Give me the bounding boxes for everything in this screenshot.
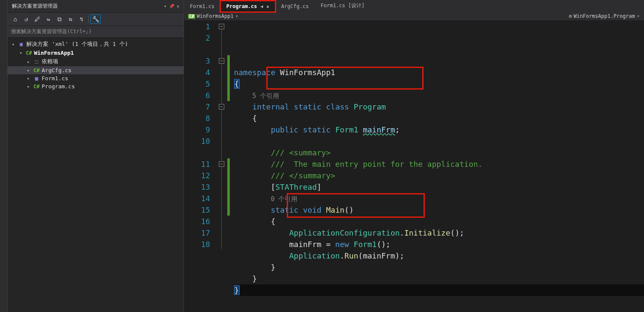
toolbar-button[interactable]: ↺ bbox=[21, 14, 31, 24]
dropdown-icon[interactable]: ▾ bbox=[235, 13, 238, 19]
code-line[interactable]: } bbox=[234, 284, 644, 296]
node-label: Program.cs bbox=[42, 83, 75, 90]
line-number bbox=[201, 147, 210, 158]
code-line[interactable]: ApplicationConfiguration.Initialize(); bbox=[234, 227, 644, 239]
fold-toggle-icon[interactable]: − bbox=[219, 161, 224, 167]
tree-node[interactable]: ▸C#ArgCfg.cs bbox=[8, 66, 184, 74]
tree-node[interactable]: ▾▣解决方案 'xml' (1 个项目，共 1 个) bbox=[8, 39, 184, 49]
code-line[interactable]: static void Main() bbox=[234, 204, 644, 216]
change-marker bbox=[227, 193, 230, 204]
code-line[interactable]: { bbox=[234, 112, 644, 124]
code-line[interactable] bbox=[234, 135, 644, 147]
close-icon[interactable]: ✕ bbox=[266, 4, 269, 9]
tree-node[interactable]: ▸▦Form1.cs bbox=[8, 74, 184, 82]
node-icon: ⬚ bbox=[33, 59, 40, 65]
node-icon: C# bbox=[25, 50, 32, 56]
node-label: 依赖项 bbox=[42, 58, 58, 65]
explorer-toolbar: ⌂↺🖉⇋⧉⇆↯🔧 bbox=[8, 13, 184, 26]
code-line[interactable]: { bbox=[234, 78, 644, 90]
breadcrumb-project[interactable]: WinFormsApp1 bbox=[197, 13, 234, 19]
change-marker bbox=[227, 181, 230, 193]
node-label: WinFormsApp1 bbox=[34, 50, 74, 56]
tree-node[interactable]: ▸C#Program.cs bbox=[8, 82, 184, 90]
dropdown-icon[interactable]: ▾ bbox=[637, 13, 640, 19]
tab-label: ArgCfg.cs bbox=[281, 3, 309, 9]
code-line[interactable]: /// </summary> bbox=[234, 170, 644, 181]
code-line[interactable]: 0 个引用 bbox=[234, 193, 644, 204]
code-line[interactable]: } bbox=[234, 273, 644, 284]
toolbar-button[interactable]: ⇋ bbox=[43, 14, 54, 24]
breadcrumb-class[interactable]: WinFormsApp1.Program bbox=[573, 13, 635, 19]
class-icon: ⚙ bbox=[569, 13, 572, 19]
tab-label: Form1.cs [设计] bbox=[321, 2, 364, 9]
fold-toggle-icon[interactable]: − bbox=[219, 104, 224, 110]
change-marker bbox=[227, 204, 230, 216]
line-number: 6 bbox=[201, 90, 210, 101]
code-surface[interactable]: namespace WinFormsApp1{ 5 个引用 internal s… bbox=[232, 21, 644, 312]
explorer-search[interactable]: 搜索解决方案资源管理器(Ctrl+;) bbox=[8, 26, 184, 38]
change-marker bbox=[227, 78, 230, 90]
expand-arrow-icon[interactable]: ▸ bbox=[27, 68, 31, 73]
line-number: 7 bbox=[201, 101, 210, 112]
line-number: 12 bbox=[201, 170, 210, 181]
fold-toggle-icon[interactable]: − bbox=[219, 58, 224, 64]
expand-arrow-icon[interactable]: ▾ bbox=[12, 42, 16, 47]
solution-tree: ▾▣解决方案 'xml' (1 个项目，共 1 个)▾C#WinFormsApp… bbox=[8, 38, 184, 312]
project-icon: C# bbox=[188, 14, 195, 19]
code-line[interactable]: [STAThread] bbox=[234, 181, 644, 193]
code-line[interactable]: mainFrm = new Form1(); bbox=[234, 239, 644, 250]
code-line[interactable]: } bbox=[234, 261, 644, 273]
tree-node[interactable]: ▸⬚依赖项 bbox=[8, 57, 184, 66]
line-number: 3 bbox=[201, 55, 210, 67]
line-number: 4 bbox=[201, 67, 210, 78]
toolbar-button[interactable]: ⌂ bbox=[10, 14, 20, 24]
line-number: 11 bbox=[201, 158, 210, 170]
explorer-titlebar: 解决方案资源管理器 ▾ 📌 ✕ bbox=[8, 0, 184, 13]
solution-explorer-panel: 解决方案资源管理器 ▾ 📌 ✕ ⌂↺🖉⇋⧉⇆↯🔧 搜索解决方案资源管理器(Ctr… bbox=[8, 0, 184, 312]
pin-icon[interactable]: 📌 bbox=[169, 4, 174, 8]
tab-label: Form1.cs bbox=[190, 3, 215, 9]
fold-toggle-icon[interactable]: − bbox=[219, 24, 224, 29]
code-line[interactable]: internal static class Program bbox=[234, 101, 644, 112]
line-number: 16 bbox=[201, 216, 210, 227]
toolbar-button[interactable]: ⧉ bbox=[54, 14, 65, 24]
line-number bbox=[201, 44, 210, 55]
toolbar-button[interactable]: 🔧 bbox=[90, 14, 101, 24]
code-line[interactable]: Application.Run(mainFrm); bbox=[234, 250, 644, 261]
code-line[interactable]: 5 个引用 bbox=[234, 90, 644, 101]
explorer-title: 解决方案资源管理器 bbox=[12, 3, 58, 10]
close-icon[interactable]: ✕ bbox=[177, 4, 179, 8]
node-icon: ▣ bbox=[18, 41, 25, 47]
line-number: 14 bbox=[201, 193, 210, 204]
editor-tab[interactable]: ArgCfg.cs bbox=[275, 1, 315, 12]
editor-tab[interactable]: Form1.cs [设计] bbox=[315, 0, 370, 12]
toolbar-button[interactable]: ⇆ bbox=[65, 14, 76, 24]
code-line[interactable]: /// The main entry point for the applica… bbox=[234, 158, 644, 170]
pin-icon[interactable]: ⊣ bbox=[260, 4, 263, 9]
change-marker bbox=[227, 55, 230, 67]
node-label: Form1.cs bbox=[42, 75, 68, 82]
code-line[interactable]: { bbox=[234, 216, 644, 227]
breadcrumb-bar: C# WinFormsApp1 ▾ ⚙ WinFormsApp1.Program… bbox=[184, 12, 644, 21]
code-line[interactable]: /// <summary> bbox=[234, 147, 644, 158]
editor-tab[interactable]: Form1.cs bbox=[184, 1, 220, 12]
toolbar-button[interactable]: ↯ bbox=[76, 14, 87, 24]
editor-tabs: Form1.csProgram.cs⊣✕ArgCfg.csForm1.cs [设… bbox=[184, 0, 644, 12]
dropdown-icon[interactable]: ▾ bbox=[164, 4, 167, 8]
expand-arrow-icon[interactable]: ▸ bbox=[27, 59, 31, 64]
change-gutter bbox=[227, 21, 232, 312]
line-number: 10 bbox=[201, 135, 210, 147]
line-number: 17 bbox=[201, 227, 210, 239]
expand-arrow-icon[interactable]: ▾ bbox=[20, 51, 24, 55]
editor-tab[interactable]: Program.cs⊣✕ bbox=[220, 1, 275, 12]
expand-arrow-icon[interactable]: ▸ bbox=[27, 84, 31, 89]
tree-node[interactable]: ▾C#WinFormsApp1 bbox=[8, 49, 184, 57]
code-line[interactable]: namespace WinFormsApp1 bbox=[234, 67, 644, 78]
change-marker bbox=[227, 158, 230, 170]
code-editor[interactable]: 123456789101112131415161718 −−−− namespa… bbox=[184, 21, 644, 312]
expand-arrow-icon[interactable]: ▸ bbox=[27, 76, 31, 81]
tab-label: Program.cs bbox=[226, 3, 257, 9]
toolbar-button[interactable]: 🖉 bbox=[32, 14, 42, 24]
node-icon: C# bbox=[33, 84, 40, 90]
code-line[interactable]: public static Form1 mainFrm; bbox=[234, 124, 644, 135]
